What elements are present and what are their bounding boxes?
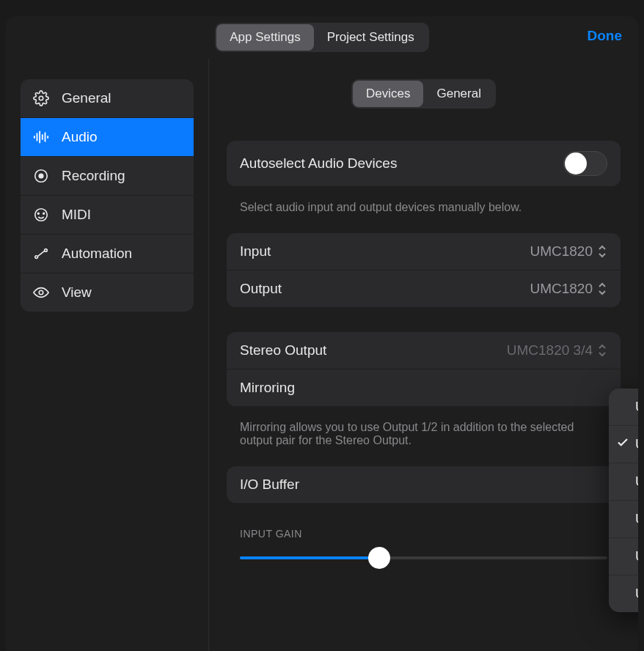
output-row[interactable]: Output UMC1820 [227, 271, 621, 307]
sidebar-item-label: General [62, 90, 111, 106]
dropdown-item[interactable]: UMC1820 3/4 [609, 426, 638, 463]
tab-app-settings[interactable]: App Settings [216, 24, 313, 51]
sidebar-item-label: Automation [62, 246, 132, 262]
sidebar-item-automation[interactable]: Automation [21, 235, 194, 273]
check-icon [616, 436, 629, 453]
svg-point-11 [43, 213, 45, 214]
main-panel: Devices General Autoselect Audio Devices… [209, 59, 638, 651]
io-buffer-row[interactable]: I/O Buffer [227, 466, 621, 503]
sidebar-item-view[interactable]: View [21, 273, 194, 312]
slider-thumb[interactable] [368, 547, 390, 569]
svg-point-15 [39, 290, 43, 295]
sub-tabs: Devices General [227, 79, 621, 108]
svg-point-12 [35, 256, 38, 259]
input-label: Input [240, 243, 271, 260]
chevron-updown-icon [597, 282, 607, 295]
sidebar-item-label: Audio [62, 129, 98, 145]
dropdown-item-label: UMC1820 1/2 [635, 399, 638, 415]
dropdown-item-label: UMC1820 7/8 [635, 511, 638, 527]
section-io-devices: Input UMC1820 Output UMC1820 [227, 233, 621, 307]
mirroring-label: Mirroring [240, 380, 295, 396]
svg-point-0 [39, 96, 43, 100]
input-gain-label: INPUT GAIN [227, 509, 621, 547]
svg-point-10 [37, 213, 39, 214]
input-value: UMC1820 [530, 243, 593, 260]
automation-icon [32, 245, 50, 262]
dropdown-item-label: UMC1820 3/4 [635, 436, 638, 452]
subtab-devices[interactable]: Devices [353, 81, 423, 107]
dropdown-item-label: UMC1820 5/6 [635, 474, 638, 490]
section-io-buffer: I/O Buffer [227, 466, 621, 503]
svg-point-13 [45, 249, 48, 252]
eye-icon [32, 284, 50, 301]
subtab-general[interactable]: General [423, 81, 494, 107]
sidebar: General Audio Recording [6, 59, 209, 651]
stereo-output-row[interactable]: Stereo Output UMC1820 3/4 [227, 332, 621, 369]
section-stereo: Stereo Output UMC1820 3/4 Mirroring [227, 332, 621, 406]
settings-modal: App Settings Project Settings Done Gener… [6, 16, 638, 651]
autoselect-label: Autoselect Audio Devices [240, 155, 397, 172]
dropdown-item[interactable]: UMC1820 5/6 [609, 463, 638, 501]
tab-project-settings[interactable]: Project Settings [314, 24, 428, 51]
input-row[interactable]: Input UMC1820 [227, 233, 621, 271]
done-button[interactable]: Done [588, 28, 623, 44]
midi-icon [32, 206, 50, 224]
io-buffer-label: I/O Buffer [240, 477, 299, 493]
modal-header: App Settings Project Settings Done [6, 16, 638, 59]
dropdown-item-label: UMC1820 11/12 [635, 586, 638, 602]
chevron-updown-icon [597, 245, 607, 258]
dropdown-item[interactable]: UMC1820 9/10 [609, 538, 638, 575]
record-icon [32, 167, 50, 185]
sidebar-item-recording[interactable]: Recording [21, 157, 194, 196]
input-gain-slider[interactable] [240, 547, 607, 569]
stereo-output-dropdown: UMC1820 1/2 UMC1820 3/4 UMC1820 5/6 UMC1… [609, 389, 638, 612]
mirroring-row[interactable]: Mirroring [227, 369, 621, 406]
output-value: UMC1820 [530, 281, 593, 297]
dropdown-item[interactable]: UMC1820 1/2 [609, 389, 638, 426]
dropdown-item[interactable]: UMC1820 11/12 [609, 575, 638, 612]
waveform-icon [32, 128, 50, 146]
stereo-output-value: UMC1820 3/4 [507, 342, 593, 358]
output-label: Output [240, 281, 282, 297]
sidebar-item-label: View [62, 284, 92, 301]
gear-icon [32, 89, 50, 107]
sidebar-item-general[interactable]: General [21, 79, 194, 118]
dropdown-item-label: UMC1820 9/10 [635, 548, 638, 564]
stereo-output-label: Stereo Output [240, 342, 326, 358]
header-tabs: App Settings Project Settings [215, 23, 428, 52]
autoselect-toggle[interactable] [563, 151, 607, 176]
svg-point-9 [35, 209, 48, 221]
sidebar-item-midi[interactable]: MIDI [21, 196, 194, 235]
sidebar-item-label: Recording [62, 168, 125, 184]
section-autoselect: Autoselect Audio Devices [227, 141, 621, 186]
chevron-updown-icon [597, 344, 607, 357]
svg-point-8 [39, 174, 43, 178]
svg-line-14 [37, 251, 44, 256]
sidebar-item-label: MIDI [62, 207, 91, 223]
autoselect-hint: Select audio input and output devices ma… [227, 192, 621, 233]
dropdown-item[interactable]: UMC1820 7/8 [609, 501, 638, 538]
sidebar-item-audio[interactable]: Audio [21, 118, 194, 157]
mirroring-hint: Mirroring allows you to use Output 1/2 i… [227, 412, 621, 466]
